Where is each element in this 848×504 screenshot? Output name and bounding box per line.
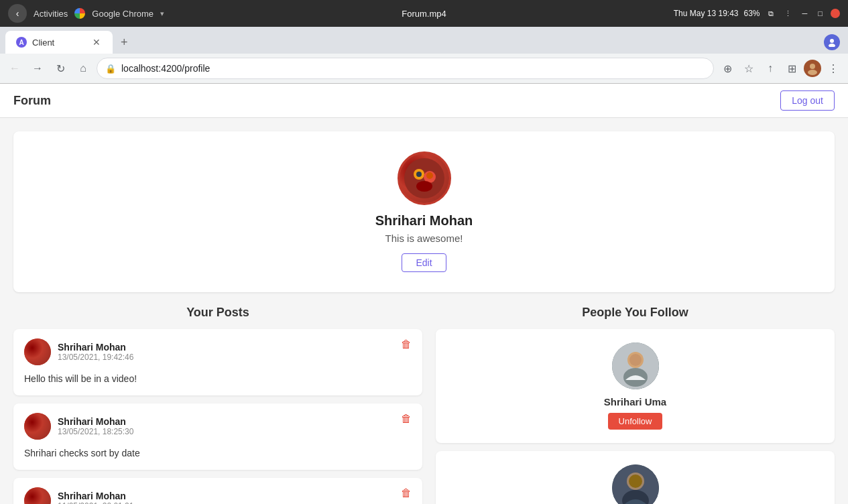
svg-point-0 <box>830 39 834 43</box>
browser-tab[interactable]: A Client ✕ <box>5 31 113 54</box>
follow-avatar-image <box>612 342 659 389</box>
follow-avatar <box>612 342 659 389</box>
post-delete-button[interactable]: 🗑 <box>401 413 412 425</box>
follow-column: People You Follow <box>436 306 835 504</box>
svg-point-1 <box>829 44 835 47</box>
post-avatar-inner <box>24 487 51 504</box>
profile-bio: This is awesome! <box>27 233 821 244</box>
new-tab-button[interactable]: + <box>115 33 133 52</box>
post-header: Shrihari Mohan 13/05/2021, 18:25:30 🗑 <box>24 413 412 440</box>
main-content: Shrihari Mohan This is awesome! Edit You… <box>0 118 848 504</box>
logout-button[interactable]: Log out <box>780 90 835 111</box>
post-delete-button[interactable]: 🗑 <box>401 338 412 351</box>
url-display: localhost:4200/profile <box>121 63 705 74</box>
profile-name: Shrihari Mohan <box>27 213 821 229</box>
os-app-name: Google Chrome <box>92 9 154 19</box>
extension-update-icon[interactable]: ↑ <box>761 59 780 78</box>
profile-avatar-inner <box>400 153 449 203</box>
app-container: Forum Log out Shrihari Moh <box>0 84 848 504</box>
os-topbar-left: ‹ Activities Google Chrome ▾ <box>8 4 164 23</box>
edit-profile-button[interactable]: Edit <box>402 253 446 272</box>
os-title: Forum.mp4 <box>402 9 446 19</box>
profile-card: Shrihari Mohan This is awesome! Edit <box>13 131 835 292</box>
post-meta: Shrihari Mohan 13/05/2021, 19:42:46 <box>58 342 412 362</box>
post-content: Hello this will be in a video! <box>24 372 412 386</box>
svg-point-3 <box>808 70 817 75</box>
post-author: Shrihari Mohan <box>58 342 412 353</box>
close-button[interactable] <box>831 9 840 18</box>
browser-tabbar: A Client ✕ + <box>0 27 848 54</box>
post-date: 13/05/2021, 18:25:30 <box>58 427 412 436</box>
os-back-button[interactable]: ‹ <box>8 4 27 23</box>
post-avatar-inner <box>24 413 51 440</box>
post-date: 11/05/2021, 20:01:21 <box>58 501 412 504</box>
browser-profile-icon[interactable] <box>824 34 840 50</box>
os-battery: 63% <box>744 9 760 18</box>
zoom-icon[interactable]: ⊕ <box>718 59 737 78</box>
follow-name: Shrihari Uma <box>449 396 821 407</box>
picture-in-picture-icon[interactable]: ⧉ <box>766 7 776 21</box>
tab-close-button[interactable]: ✕ <box>91 36 102 49</box>
post-content: Shrihari checks sort by date <box>24 446 412 460</box>
posts-column: Your Posts Shrihari Mohan 13/05/2021, 19… <box>13 306 422 504</box>
svg-point-17 <box>629 475 642 488</box>
forward-button[interactable]: → <box>28 59 47 78</box>
forum-title: Forum <box>13 94 51 108</box>
back-button[interactable]: ← <box>5 59 24 78</box>
window-menu-icon[interactable]: ⋮ <box>782 7 794 21</box>
forum-header: Forum Log out <box>0 84 848 118</box>
window-controls: ⧉ ⋮ ─ □ <box>766 7 840 21</box>
svg-point-8 <box>416 172 422 177</box>
browser-toolbar: ← → ↻ ⌂ 🔒 localhost:4200/profile ⊕ ☆ ↑ ⊞… <box>0 54 848 83</box>
post-meta: Shrihari Mohan 13/05/2021, 18:25:30 <box>58 416 412 436</box>
post-date: 13/05/2021, 19:42:46 <box>58 353 412 362</box>
post-card: Shrihari Mohan 13/05/2021, 19:42:46 🗑 He… <box>13 329 422 395</box>
browser-menu-icon[interactable]: ⋮ <box>824 59 843 78</box>
post-card: Shrihari Mohan 13/05/2021, 18:25:30 🗑 Sh… <box>13 403 422 470</box>
extensions-icon[interactable]: ⊞ <box>782 59 801 78</box>
follow-avatar <box>612 464 659 504</box>
activities-label[interactable]: Activities <box>34 9 68 19</box>
lock-icon: 🔒 <box>105 64 116 74</box>
maximize-icon[interactable]: □ <box>815 7 825 20</box>
post-meta: Shrihari Mohan 11/05/2021, 20:01:21 <box>58 491 412 504</box>
svg-point-7 <box>416 181 432 192</box>
profile-avatar <box>398 151 451 205</box>
post-author: Shrihari Mohan <box>58 491 412 501</box>
post-card: Shrihari Mohan 11/05/2021, 20:01:21 🗑 en… <box>13 478 422 504</box>
chrome-logo-icon <box>74 8 85 19</box>
address-bar[interactable]: 🔒 localhost:4200/profile <box>97 58 714 79</box>
browser-user-avatar[interactable] <box>804 60 821 77</box>
post-header: Shrihari Mohan 13/05/2021, 19:42:46 🗑 <box>24 338 412 365</box>
two-col-layout: Your Posts Shrihari Mohan 13/05/2021, 19… <box>13 306 835 504</box>
bookmark-icon[interactable]: ☆ <box>739 59 758 78</box>
unfollow-button[interactable]: Unfollow <box>608 413 663 430</box>
follow-avatar-image <box>612 464 659 504</box>
home-button[interactable]: ⌂ <box>74 59 93 78</box>
minimize-icon[interactable]: ─ <box>800 7 810 20</box>
post-author: Shrihari Mohan <box>58 416 412 427</box>
follow-card: SHRI HARI M SEC Unfollow <box>436 451 835 504</box>
post-avatar <box>24 487 51 504</box>
browser-tab-spacer <box>821 32 843 53</box>
posts-section-title: Your Posts <box>13 306 422 320</box>
browser-chrome: A Client ✕ + ← → ↻ ⌂ 🔒 localhost:4200/pr… <box>0 27 848 84</box>
refresh-button[interactable]: ↻ <box>51 59 70 78</box>
toolbar-icons: ⊕ ☆ ↑ ⊞ ⋮ <box>718 59 843 78</box>
post-avatar <box>24 413 51 440</box>
os-app-name-arrow[interactable]: ▾ <box>160 9 164 18</box>
post-delete-button[interactable]: 🗑 <box>401 487 412 499</box>
os-topbar: ‹ Activities Google Chrome ▾ Forum.mp4 T… <box>0 0 848 27</box>
post-avatar <box>24 338 51 365</box>
follow-section-title: People You Follow <box>436 306 835 320</box>
svg-point-13 <box>629 354 642 366</box>
tab-favicon: A <box>16 37 27 48</box>
os-topbar-right: Thu May 13 19:43 63% ⧉ ⋮ ─ □ <box>674 7 840 21</box>
post-header: Shrihari Mohan 11/05/2021, 20:01:21 🗑 <box>24 487 412 504</box>
svg-point-2 <box>810 64 815 69</box>
post-avatar-inner <box>24 338 51 365</box>
tab-title: Client <box>32 38 86 48</box>
svg-point-9 <box>426 172 433 179</box>
os-datetime: Thu May 13 19:43 <box>674 9 739 18</box>
follow-card: Shrihari Uma Unfollow <box>436 329 835 443</box>
